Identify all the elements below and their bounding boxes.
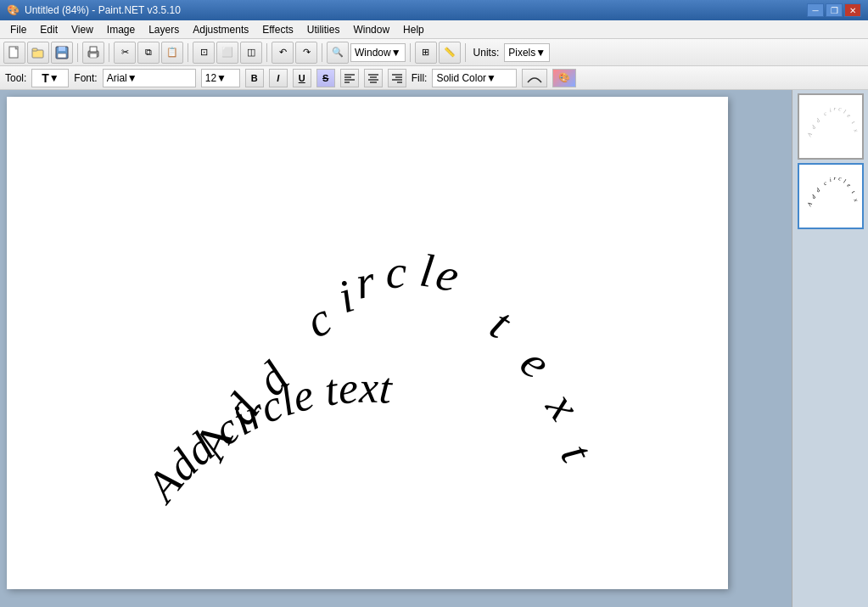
copy-button[interactable]: ⧉ bbox=[137, 42, 160, 64]
cut-button[interactable]: ✂ bbox=[114, 42, 136, 64]
color-button[interactable]: 🎨 bbox=[552, 69, 576, 87]
svg-rect-8 bbox=[90, 47, 97, 52]
italic-button[interactable]: I bbox=[269, 69, 288, 87]
menu-effects[interactable]: Effects bbox=[255, 20, 300, 38]
units-label: Units: bbox=[473, 47, 500, 59]
window-dropdown[interactable]: Window ▼ bbox=[350, 43, 406, 62]
separator-4 bbox=[266, 43, 267, 62]
titlebar: 🎨 Untitled (84%) - Paint.NET v3.5.10 ─ ❐… bbox=[0, 0, 868, 20]
fill-label: Fill: bbox=[412, 72, 428, 84]
align-center-button[interactable] bbox=[364, 69, 383, 87]
svg-rect-22 bbox=[7, 97, 728, 589]
app-icon: 🎨 bbox=[7, 4, 20, 16]
svg-rect-3 bbox=[32, 48, 37, 51]
menu-layers[interactable]: Layers bbox=[142, 20, 186, 38]
size-arrow: ▼ bbox=[216, 72, 227, 84]
units-arrow: ▼ bbox=[535, 47, 546, 59]
thumbnail-container-2: ★ A d d c bbox=[798, 163, 864, 229]
titlebar-left: 🎨 Untitled (84%) - Paint.NET v3.5.10 bbox=[7, 4, 181, 16]
titlebar-controls[interactable]: ─ ❐ ✕ bbox=[807, 3, 861, 17]
separator-7 bbox=[465, 43, 466, 62]
undo-button[interactable]: ↶ bbox=[272, 42, 294, 64]
new-button[interactable] bbox=[3, 42, 25, 64]
svg-rect-51 bbox=[801, 166, 860, 226]
menu-file[interactable]: File bbox=[3, 20, 33, 38]
tool-arrow: ▼ bbox=[49, 72, 59, 84]
menubar: File Edit View Image Layers Adjustments … bbox=[0, 20, 868, 39]
strikethrough-button[interactable]: S bbox=[316, 69, 335, 87]
size-dropdown[interactable]: 12 ▼ bbox=[201, 69, 240, 87]
svg-text:c: c bbox=[385, 246, 406, 298]
rulers-button[interactable]: 📏 bbox=[439, 42, 461, 64]
zoom-in-button[interactable]: 🔍 bbox=[327, 42, 349, 64]
fill-dropdown[interactable]: Solid Color ▼ bbox=[432, 69, 517, 87]
thumbnail-2[interactable]: A d d c i r bbox=[798, 163, 864, 229]
separator-2 bbox=[109, 43, 109, 62]
svg-rect-6 bbox=[58, 53, 66, 58]
separator-3 bbox=[188, 43, 188, 62]
right-panel: ★ t A d d bbox=[792, 90, 868, 607]
menu-image[interactable]: Image bbox=[100, 20, 142, 38]
svg-text:r: r bbox=[833, 105, 836, 111]
font-dropdown[interactable]: Arial ▼ bbox=[103, 69, 196, 87]
separator-5 bbox=[322, 43, 322, 62]
thumbnail-1[interactable]: t A d d c i bbox=[798, 93, 864, 160]
menu-edit[interactable]: Edit bbox=[33, 20, 64, 38]
minimize-button[interactable]: ─ bbox=[807, 3, 824, 17]
svg-text:r: r bbox=[833, 175, 836, 181]
svg-rect-5 bbox=[59, 47, 65, 51]
align-right-button[interactable] bbox=[388, 69, 406, 87]
tooloptions: Tool: T ▼ Font: Arial ▼ 12 ▼ B I U S Fil… bbox=[0, 66, 868, 90]
main-area: Add circle text A d d bbox=[0, 90, 868, 607]
deselect-button[interactable]: ⬜ bbox=[216, 42, 238, 64]
menu-help[interactable]: Help bbox=[396, 20, 431, 38]
underline-button[interactable]: U bbox=[293, 69, 311, 87]
curve-button[interactable] bbox=[522, 69, 547, 87]
align-left-button[interactable] bbox=[340, 69, 359, 87]
menu-utilities[interactable]: Utilities bbox=[300, 20, 347, 38]
separator-6 bbox=[410, 43, 411, 62]
canvas[interactable]: Add circle text A d d bbox=[7, 97, 728, 589]
save-button[interactable] bbox=[51, 42, 73, 64]
units-dropdown[interactable]: Pixels ▼ bbox=[504, 43, 550, 62]
toolbar: ✂ ⧉ 📋 ⊡ ⬜ ◫ ↶ ↷ 🔍 Window ▼ ⊞ 📏 Units: Pi… bbox=[0, 39, 868, 66]
menu-window[interactable]: Window bbox=[346, 20, 396, 38]
grid-button[interactable]: ⊞ bbox=[415, 42, 437, 64]
separator-1 bbox=[77, 43, 78, 62]
restore-button[interactable]: ❐ bbox=[826, 3, 843, 17]
fill-arrow: ▼ bbox=[486, 72, 496, 84]
tool-text-icon: T bbox=[42, 71, 49, 85]
font-label: Font: bbox=[74, 72, 97, 84]
titlebar-title: Untitled (84%) - Paint.NET v3.5.10 bbox=[25, 4, 181, 16]
canvas-container[interactable]: Add circle text A d d bbox=[0, 90, 792, 607]
font-arrow: ▼ bbox=[127, 72, 137, 84]
svg-rect-37 bbox=[801, 97, 860, 156]
close-button[interactable]: ✕ bbox=[844, 3, 861, 17]
thumbnail-container-1: ★ t A d d bbox=[798, 93, 864, 160]
dropdown-arrow: ▼ bbox=[391, 47, 401, 59]
menu-adjustments[interactable]: Adjustments bbox=[186, 20, 255, 38]
redo-button[interactable]: ↷ bbox=[295, 42, 317, 64]
select-all-button[interactable]: ⊡ bbox=[193, 42, 215, 64]
paste-button[interactable]: 📋 bbox=[161, 42, 183, 64]
svg-rect-9 bbox=[90, 53, 97, 58]
bold-button[interactable]: B bbox=[245, 69, 264, 87]
menu-view[interactable]: View bbox=[64, 20, 100, 38]
tool-label: Tool: bbox=[5, 72, 26, 84]
print-button[interactable] bbox=[82, 42, 104, 64]
tool-selector[interactable]: T ▼ bbox=[31, 69, 69, 87]
open-button[interactable] bbox=[27, 42, 49, 64]
invert-button[interactable]: ◫ bbox=[240, 42, 262, 64]
